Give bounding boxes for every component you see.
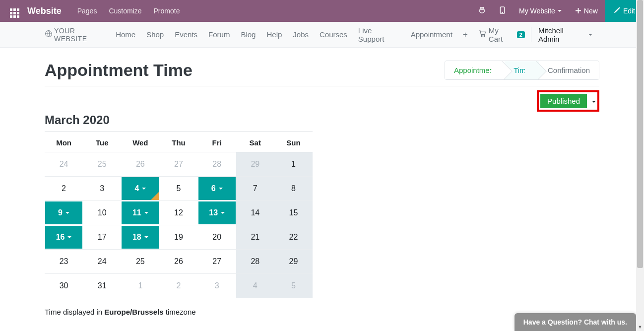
calendar-day: 20 [198, 225, 236, 249]
calendar-day-available[interactable]: 9 [45, 201, 83, 225]
calendar-day-available[interactable]: 11 [121, 201, 159, 225]
nav-help[interactable]: Help [261, 30, 287, 39]
cart-icon [479, 30, 486, 39]
published-highlight: Published [537, 90, 599, 112]
calendar-day: 28 [236, 250, 274, 273]
mobile-icon[interactable] [493, 6, 512, 15]
calendar-row: 9101112131415 [45, 201, 313, 225]
bug-icon[interactable] [471, 6, 493, 15]
calendar-body: 2425262728291234567891011121314151617181… [45, 152, 313, 298]
calendar-day-available[interactable]: 18 [121, 225, 159, 249]
calendar-day-available[interactable]: 16 [45, 225, 83, 249]
calendar-day: 22 [274, 225, 313, 249]
chevron-down-icon [558, 10, 562, 12]
cart-count-badge: 2 [517, 31, 525, 38]
calendar-day-available[interactable]: 4 [121, 177, 159, 200]
scroll-thumb[interactable] [637, 0, 643, 268]
day-number: 11 [132, 208, 141, 217]
new-label: New [584, 7, 598, 15]
day-number: 10 [98, 208, 107, 217]
day-number: 5 [291, 281, 296, 290]
day-number: 4 [253, 281, 258, 290]
day-number: 18 [132, 233, 141, 242]
tz-value: Europe/Brussels [104, 308, 163, 316]
chat-widget[interactable]: Have a Question? Chat with us. [515, 313, 636, 331]
calendar-day-available[interactable]: 6 [198, 177, 236, 200]
calendar-header: Mon Tue Wed Thu Fri Sat Sun [45, 132, 313, 152]
nav-jobs[interactable]: Jobs [287, 30, 314, 39]
calendar-day: 5 [159, 177, 197, 200]
nav-blog[interactable]: Blog [235, 30, 261, 39]
nav-events[interactable]: Events [169, 30, 203, 39]
calendar-day: 1 [121, 274, 159, 298]
calendar-day: 21 [236, 225, 274, 249]
chevron-down-icon [588, 34, 592, 36]
day-number: 14 [251, 208, 259, 217]
calendar-day: 17 [83, 225, 121, 249]
user-name: Mitchell Admin [538, 26, 586, 43]
published-button[interactable]: Published [540, 94, 587, 108]
calendar-day: 2 [45, 177, 83, 200]
my-website-dropdown[interactable]: My Website [512, 7, 569, 15]
calendar-day: 29 [274, 250, 313, 273]
apps-icon[interactable] [5, 4, 24, 18]
calendar-day: 4 [236, 274, 274, 298]
chevron-down-icon [221, 212, 225, 214]
chevron-down-icon [144, 236, 148, 238]
scroll-down-icon[interactable]: ▼ [636, 323, 644, 331]
new-button[interactable]: New [569, 7, 605, 15]
topbar-brand[interactable]: Website [24, 6, 71, 16]
day-number: 1 [138, 281, 142, 290]
calendar-day: 24 [83, 250, 121, 273]
calendar-day: 24 [45, 152, 83, 176]
edit-label: Edit [623, 7, 635, 15]
wizard-steps: Appointment Time Confirmation [445, 61, 599, 80]
day-number: 29 [289, 257, 298, 266]
wizard-step-appointment[interactable]: Appointment [445, 61, 505, 79]
calendar-day: 12 [159, 201, 197, 225]
calendar-day-available[interactable]: 13 [198, 201, 236, 225]
calendar-day: 25 [121, 250, 159, 273]
day-number: 7 [253, 184, 258, 193]
day-number: 9 [58, 208, 63, 217]
day-number: 6 [211, 184, 216, 193]
nav-forum[interactable]: Forum [203, 30, 235, 39]
day-number: 20 [212, 233, 221, 242]
svg-point-6 [484, 35, 485, 36]
chevron-down-icon[interactable] [592, 101, 596, 103]
topbar-menu-customize[interactable]: Customize [103, 0, 147, 22]
user-menu[interactable]: Mitchell Admin [531, 26, 599, 43]
main-content: Appointment Time Appointment Time Confir… [0, 48, 644, 331]
nav-appointment[interactable]: Appointment [405, 30, 458, 39]
cart-link[interactable]: My Cart 2 [473, 27, 531, 42]
calendar-day: 5 [274, 274, 313, 298]
topbar: Website Pages Customize Promote My Websi… [0, 0, 644, 22]
calendar-day: 14 [236, 201, 274, 225]
calendar-day: 25 [83, 152, 121, 176]
day-number: 24 [98, 257, 107, 266]
weekday-wed: Wed [121, 132, 159, 152]
day-number: 31 [98, 281, 107, 290]
vertical-scrollbar[interactable]: ▲ ▼ [636, 0, 644, 331]
site-logo[interactable]: YOUR WEBSITE [45, 27, 110, 43]
weekday-tue: Tue [83, 132, 121, 152]
calendar-day: 10 [83, 201, 121, 225]
day-number: 28 [212, 160, 221, 169]
website-navbar: YOUR WEBSITE Home Shop Events Forum Blog… [0, 22, 644, 48]
calendar-day: 2 [159, 274, 197, 298]
day-number: 24 [60, 160, 68, 169]
calendar-row: 2425262728291 [45, 152, 313, 177]
day-number: 23 [60, 257, 68, 266]
topbar-menu-pages[interactable]: Pages [71, 0, 103, 22]
topbar-menu-promote[interactable]: Promote [148, 0, 186, 22]
nav-courses[interactable]: Courses [314, 30, 353, 39]
add-page-icon[interactable]: + [458, 30, 473, 40]
nav-shop[interactable]: Shop [141, 30, 169, 39]
nav-home[interactable]: Home [110, 30, 141, 39]
weekday-thu: Thu [159, 132, 197, 152]
day-number: 5 [177, 184, 181, 193]
day-number: 26 [174, 257, 183, 266]
page-title: Appointment Time [45, 61, 193, 80]
nav-live-support[interactable]: Live Support [353, 26, 405, 43]
day-number: 30 [60, 281, 68, 290]
